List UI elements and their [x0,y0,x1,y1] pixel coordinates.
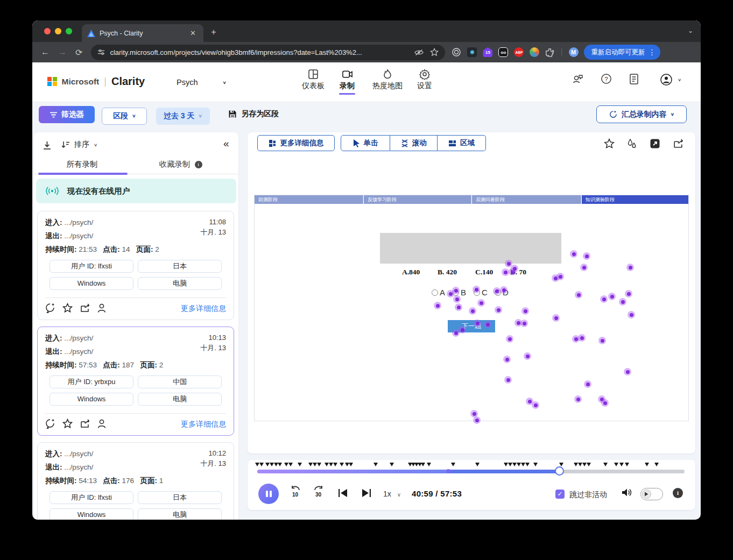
help-icon[interactable]: ? [601,73,612,84]
browser-menu-icon[interactable]: ⋮ [649,48,656,56]
update-chrome-button[interactable]: 重新启动即可更新 ⋮ [584,45,660,60]
timeline-handle[interactable] [555,466,564,476]
summarize-chat-icon[interactable] [45,419,56,429]
user-icon[interactable] [97,303,107,313]
device-chip[interactable]: 电脑 [138,508,222,520]
dots-extension-icon[interactable]: oo [498,47,508,57]
summarize-chat-icon[interactable] [45,303,56,313]
favorite-star-icon[interactable] [62,303,73,313]
popout-player-icon[interactable] [650,138,660,149]
project-selector[interactable]: Psych ∨ [177,78,227,87]
site-settings-icon[interactable] [97,48,105,56]
device-chip[interactable]: 电脑 [138,277,222,290]
country-chip[interactable]: 日本 [138,260,222,273]
docs-icon[interactable] [629,73,639,85]
click-dot [625,290,632,297]
eye-slash-icon[interactable] [414,48,424,56]
next-session-button[interactable] [362,488,371,498]
nav-heatmaps[interactable]: 热度地图 [367,69,408,91]
color-extension-icon[interactable] [530,47,539,57]
timeline-event-marker [451,463,455,466]
download-icon[interactable] [43,141,52,150]
skip-inactivity-checkbox[interactable]: ✓ [555,490,565,499]
enter-value: .../psych/ [64,334,93,342]
summarize-recordings-button[interactable]: 汇总录制内容 ∨ [596,105,687,123]
recording-card[interactable]: 进入: .../psych/ 10:12 退出: .../psych/ 十月. … [37,442,234,520]
autoplay-toggle[interactable] [640,488,663,500]
back-icon[interactable]: ← [41,47,50,57]
browser-window: Psych - Clarity ✕ + ⌄ ← → ⟳ clarity.micr… [32,20,701,520]
hide-clicks-icon[interactable] [626,138,637,149]
timeline-event-marker [521,463,525,466]
bookmark-star-icon[interactable] [430,48,439,56]
timeline-event-marker [259,463,264,466]
adblock-plus-icon[interactable]: ABP [514,47,524,57]
scroll-overlay-button[interactable]: 滚动 [390,135,438,151]
area-overlay-button[interactable]: 区域 [438,135,486,151]
skip-back-button[interactable]: 10 [290,486,301,497]
close-window-button[interactable] [44,28,51,34]
user-icon[interactable] [97,419,107,429]
volume-icon[interactable] [622,487,633,498]
date-range-button[interactable]: 过去 3 天 ∨ [156,108,210,125]
extensions-puzzle-icon[interactable] [545,48,554,57]
nav-dashboard[interactable]: 仪表板 [296,69,330,91]
nav-settings[interactable]: 设置 [407,69,442,91]
target-extension-icon[interactable] [452,47,461,57]
purple-extension-icon[interactable]: 15 [483,47,492,57]
save-segment-button[interactable]: 另存为区段 [228,109,279,119]
player-info-icon[interactable]: i [673,488,683,498]
previous-session-button[interactable] [338,488,348,498]
browser-tab[interactable]: Psych - Clarity ✕ [82,24,203,42]
country-chip[interactable]: 中国 [138,375,222,388]
click-heatmap-layer [255,195,688,421]
more-details-label: 更多详细信息 [280,138,324,148]
favorite-star-icon[interactable] [62,419,73,429]
click-overlay-button[interactable]: 单击 [341,135,390,151]
address-bar[interactable]: clarity.microsoft.com/projects/view/ohig… [91,45,445,60]
click-dot [434,302,441,309]
device-chip[interactable]: 电脑 [138,393,222,406]
user-id-chip[interactable]: 用户 ID: lfxsti [50,260,133,273]
tab-favorite-recordings[interactable]: 收藏录制 i [133,154,228,174]
more-details-link[interactable]: 更多详细信息 [181,304,226,314]
recording-card[interactable]: 进入: .../psych/ 11:08 退出: .../psych/ 十月. … [37,211,234,320]
segments-button[interactable]: 区段 ∨ [102,108,147,125]
traffic-lights[interactable] [44,28,72,34]
react-devtools-icon[interactable]: ⚛ [467,47,477,57]
forward-icon[interactable]: → [58,47,67,57]
feedback-icon[interactable] [572,73,584,85]
tab-close-icon[interactable]: ✕ [188,29,198,37]
nav-recordings[interactable]: 录制 [330,69,364,95]
playback-speed-selector[interactable]: 1x ∨ [383,490,401,498]
new-tab-button[interactable]: + [211,27,216,38]
more-details-button[interactable]: 更多详细信息 [257,135,335,151]
timeline-track[interactable] [257,470,685,473]
tab-all-recordings[interactable]: 所有录制 [35,154,129,174]
user-id-chip[interactable]: 用户 ID: lfxsti [50,491,133,504]
skip-forward-button[interactable]: 30 [313,486,325,497]
os-chip[interactable]: Windows [50,277,133,290]
collapse-sidebar-icon[interactable]: « [223,138,229,150]
profile-avatar[interactable]: M [569,47,579,57]
sort-control[interactable]: 排序 ∨ [61,140,97,150]
tab-search-chevron-icon[interactable]: ⌄ [688,27,693,34]
recording-card-selected[interactable]: 进入: .../psych/ 10:13 退出: .../psych/ 十月. … [37,327,234,436]
user-id-chip[interactable]: 用户 ID: yrbxpu [50,375,133,388]
share-recording-icon[interactable] [673,138,684,149]
pause-button[interactable] [258,484,279,504]
share-icon[interactable] [80,303,90,313]
os-chip[interactable]: Windows [50,393,133,406]
country-chip[interactable]: 日本 [138,491,222,504]
minimize-window-button[interactable] [55,28,61,34]
account-menu[interactable]: ∨ [660,73,681,86]
star-icon[interactable] [604,138,615,149]
share-icon[interactable] [80,419,90,429]
os-chip[interactable]: Windows [50,508,133,520]
filters-button[interactable]: 筛选器 [39,106,95,123]
filters-toolbar: 筛选器 区段 ∨ 过去 3 天 ∨ 另存为区段 [39,106,279,125]
enter-label: 进入: [45,218,62,226]
reload-icon[interactable]: ⟳ [75,47,82,58]
zoom-window-button[interactable] [66,28,72,34]
more-details-link[interactable]: 更多详细信息 [181,420,226,429]
